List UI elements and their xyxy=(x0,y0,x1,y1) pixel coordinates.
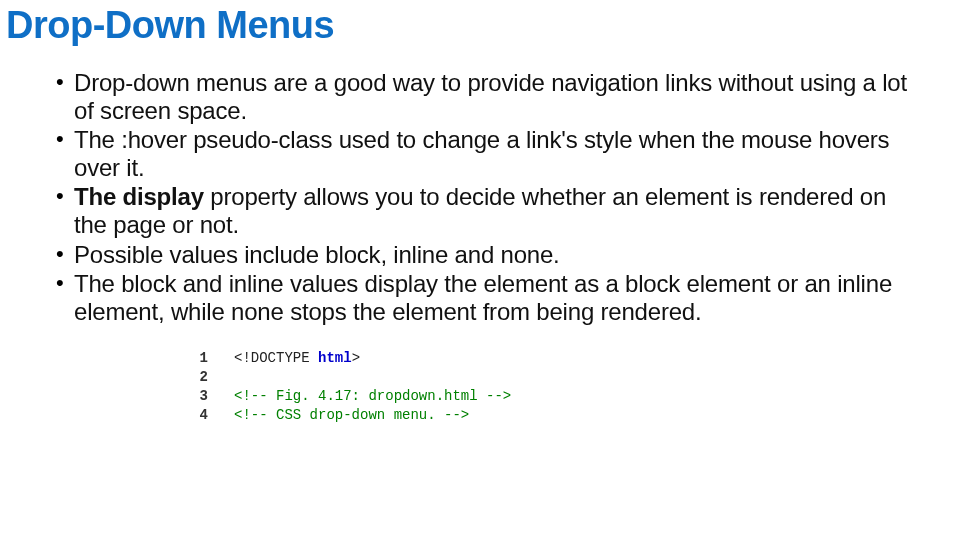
bullet-text: The block and inline values display the … xyxy=(74,270,892,325)
code-line: 2 xyxy=(184,368,920,387)
slide-body: Drop-down menus are a good way to provid… xyxy=(0,47,960,425)
code-text xyxy=(234,368,242,387)
bullet-item: Possible values include block, inline an… xyxy=(54,241,920,269)
bullet-item: The display property allows you to decid… xyxy=(54,183,920,238)
code-line: 4 <!-- CSS drop-down menu. --> xyxy=(184,406,920,425)
bullet-text: Possible values include block, inline an… xyxy=(74,241,560,268)
bullet-item: The block and inline values display the … xyxy=(54,270,920,325)
bullet-text: Drop-down menus are a good way to provid… xyxy=(74,69,907,124)
line-number: 4 xyxy=(184,406,208,425)
bullet-item: The :hover pseudo-class used to change a… xyxy=(54,126,920,181)
line-number: 3 xyxy=(184,387,208,406)
code-line: 3 <!-- Fig. 4.17: dropdown.html --> xyxy=(184,387,920,406)
code-text: <!DOCTYPE html> xyxy=(234,349,360,368)
code-comment: <!-- CSS drop-down menu. --> xyxy=(234,406,469,425)
line-number: 2 xyxy=(184,368,208,387)
code-line: 1 <!DOCTYPE html> xyxy=(184,349,920,368)
code-comment: <!-- Fig. 4.17: dropdown.html --> xyxy=(234,387,511,406)
bullet-list: Drop-down menus are a good way to provid… xyxy=(54,69,920,325)
bullet-item: Drop-down menus are a good way to provid… xyxy=(54,69,920,124)
bullet-text: The :hover pseudo-class used to change a… xyxy=(74,126,889,181)
slide-title: Drop-Down Menus xyxy=(0,0,960,47)
code-snippet: 1 <!DOCTYPE html> 2 3 <!-- Fig. 4.17: dr… xyxy=(184,349,920,425)
line-number: 1 xyxy=(184,349,208,368)
bullet-bold: The display xyxy=(74,183,204,210)
